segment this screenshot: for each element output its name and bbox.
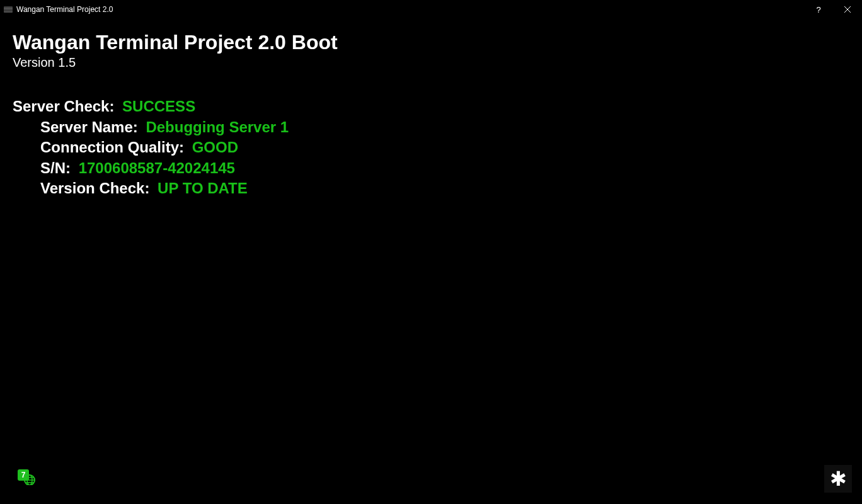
server-name-row: Server Name: Debugging Server 1 (13, 117, 849, 137)
help-button[interactable]: ? (804, 0, 833, 19)
close-button[interactable] (833, 0, 862, 19)
asterisk-icon: ✱ (830, 467, 847, 491)
server-check-row: Server Check: SUCCESS (13, 96, 849, 117)
connection-quality-value: GOOD (192, 139, 238, 156)
app-icon (4, 6, 13, 13)
titlebar: Wangan Terminal Project 2.0 ? (0, 0, 862, 19)
serial-number-row: S/N: 1700608587-42024145 (13, 158, 849, 178)
version-check-row: Version Check: UP TO DATE (13, 178, 849, 198)
server-name-label: Server Name: (40, 118, 138, 135)
page-title: Wangan Terminal Project 2.0 Boot (13, 30, 849, 54)
server-name-value: Debugging Server 1 (146, 118, 289, 135)
version-check-label: Version Check: (40, 180, 149, 197)
connection-quality-row: Connection Quality: GOOD (13, 137, 849, 158)
version-line: Version 1.5 (13, 55, 849, 70)
connection-quality-label: Connection Quality: (40, 139, 184, 156)
window-title: Wangan Terminal Project 2.0 (16, 5, 113, 14)
serial-number-value: 1700608587-42024145 (79, 159, 235, 176)
titlebar-left: Wangan Terminal Project 2.0 (4, 5, 113, 14)
server-check-label: Server Check: (13, 98, 114, 115)
server-check-block: Server Check: SUCCESS Server Name: Debug… (13, 96, 849, 198)
content: Wangan Terminal Project 2.0 Boot Version… (0, 19, 862, 210)
star-button[interactable]: ✱ (824, 465, 852, 493)
serial-number-label: S/N: (40, 159, 71, 176)
question-icon: ? (816, 5, 820, 14)
close-icon (844, 6, 851, 13)
server-check-value: SUCCESS (122, 98, 195, 115)
network-globe-icon: 7 (16, 467, 35, 485)
version-check-value: UP TO DATE (158, 180, 248, 197)
titlebar-right: ? (804, 0, 862, 19)
